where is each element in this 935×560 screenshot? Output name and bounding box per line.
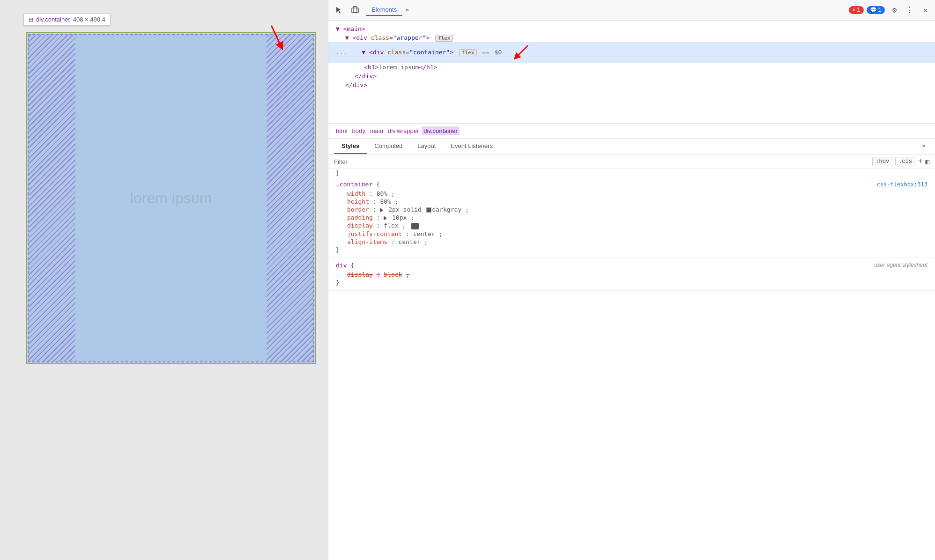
css-source-container[interactable]: css-flexbox:313 bbox=[877, 181, 928, 188]
bc-body[interactable]: body bbox=[350, 126, 367, 135]
css-prop-justify-content: justify-content : center ; bbox=[336, 230, 928, 238]
css-prop-height: height : 80% ; bbox=[336, 198, 928, 206]
device-icon[interactable] bbox=[350, 5, 360, 15]
lorem-ipsum-text: lorem ipsum bbox=[130, 190, 212, 207]
svg-rect-2 bbox=[352, 8, 358, 13]
arrow-indicator-2 bbox=[509, 43, 533, 62]
tree-line-close-div-1[interactable]: </div> bbox=[328, 72, 935, 81]
message-count: 1 bbox=[878, 7, 882, 14]
css-prop-width: width : 80% ; bbox=[336, 190, 928, 198]
element-tooltip: ⊞ div.container 408 × 490.4 bbox=[23, 13, 111, 26]
css-prev-close: } bbox=[328, 169, 935, 177]
css-rule-container: .container { css-flexbox:313 width : 80%… bbox=[328, 177, 935, 258]
message-icon: 💬 bbox=[870, 7, 877, 14]
css-prop-border: border : 2px solid darkgray ; bbox=[336, 206, 928, 214]
main-tabs: Elements » bbox=[366, 4, 843, 16]
css-selector-container: .container { bbox=[336, 181, 380, 188]
toggle-sidebar-button[interactable]: ◧ bbox=[926, 158, 929, 166]
settings-icon[interactable]: ⚙ bbox=[890, 5, 899, 16]
error-icon: ✕ bbox=[852, 7, 855, 14]
css-selector-div: div { bbox=[336, 262, 354, 269]
more-tabs-button[interactable]: » bbox=[402, 5, 412, 15]
close-devtools-icon[interactable]: ✕ bbox=[921, 5, 929, 16]
hatch-left bbox=[29, 35, 75, 361]
css-prop-display-block: display : block ; bbox=[336, 271, 928, 279]
message-badge[interactable]: 💬 1 bbox=[867, 6, 885, 14]
svg-line-1 bbox=[266, 26, 287, 47]
cls-button[interactable]: .cls bbox=[895, 157, 915, 166]
hatch-right bbox=[267, 35, 313, 361]
flex-layout-icon[interactable] bbox=[411, 223, 419, 229]
tab-elements[interactable]: Elements bbox=[366, 4, 402, 16]
preview-outer: lorem ipsum bbox=[26, 32, 316, 364]
color-swatch-darkgray[interactable] bbox=[426, 207, 431, 213]
tab-layout[interactable]: Layout bbox=[410, 139, 443, 154]
svg-line-5 bbox=[516, 45, 528, 57]
more-options-icon[interactable]: ⋮ bbox=[904, 5, 915, 16]
filter-actions: :hov .cls + ◧ bbox=[872, 157, 929, 166]
tab-event-listeners[interactable]: Event Listeners bbox=[443, 139, 500, 154]
css-rule-div: div { user agent stylesheet display : bl… bbox=[328, 258, 935, 291]
css-source-div: user agent stylesheet bbox=[874, 262, 928, 268]
error-badge[interactable]: ✕ 1 bbox=[849, 6, 863, 14]
css-rule-header-container: .container { css-flexbox:313 bbox=[336, 181, 928, 188]
tree-line-close-div-2[interactable]: </div> bbox=[328, 81, 935, 89]
css-prop-display: display : flex ; bbox=[336, 221, 928, 230]
browser-preview: ⊞ div.container 408 × 490.4 lorem ipsum bbox=[0, 0, 328, 560]
css-close-brace-div: } bbox=[336, 279, 928, 287]
sub-tabs-bar: Styles Computed Layout Event Listeners » bbox=[328, 139, 935, 155]
svg-rect-3 bbox=[353, 7, 357, 13]
add-style-button[interactable]: + bbox=[918, 157, 923, 166]
css-close-brace-container: } bbox=[336, 246, 928, 254]
filter-input[interactable] bbox=[334, 158, 868, 165]
more-sub-tabs[interactable]: » bbox=[918, 139, 929, 154]
hov-button[interactable]: :hov bbox=[872, 157, 892, 166]
bc-html[interactable]: html bbox=[334, 126, 349, 135]
tree-line-wrapper[interactable]: ▼ <div class="wrapper"> flex bbox=[328, 33, 935, 42]
bc-wrapper[interactable]: div.wrapper bbox=[386, 126, 421, 135]
css-prop-padding: padding : 10px ; bbox=[336, 214, 928, 221]
tree-line-container[interactable]: ... ▼ <div class="container"> flex == $0 bbox=[328, 42, 935, 63]
elements-tree: ▼ <main> ▼ <div class="wrapper"> flex ..… bbox=[328, 21, 935, 124]
tab-styles[interactable]: Styles bbox=[334, 139, 367, 154]
bc-main[interactable]: main bbox=[368, 126, 385, 135]
css-rule-header-div: div { user agent stylesheet bbox=[336, 262, 928, 269]
preview-container: lorem ipsum bbox=[28, 34, 314, 362]
badge-area: ✕ 1 💬 1 bbox=[849, 6, 885, 14]
element-icon: ⊞ bbox=[29, 16, 33, 23]
tree-line-h1[interactable]: <h1>lorem ipsum</h1> bbox=[328, 63, 935, 72]
tab-computed[interactable]: Computed bbox=[367, 139, 410, 154]
cursor-icon[interactable] bbox=[334, 5, 344, 15]
filter-bar: :hov .cls + ◧ bbox=[328, 155, 935, 169]
tree-line-main[interactable]: ▼ <main> bbox=[328, 24, 935, 33]
css-content: } .container { css-flexbox:313 width : 8… bbox=[328, 169, 935, 560]
devtools-toolbar: Elements » ✕ 1 💬 1 ⚙ ⋮ ✕ bbox=[328, 0, 935, 21]
devtools-panel: Elements » ✕ 1 💬 1 ⚙ ⋮ ✕ ▼ <main> bbox=[328, 0, 935, 560]
bc-container[interactable]: div.container bbox=[422, 126, 460, 135]
css-prop-align-items: align-items : center ; bbox=[336, 238, 928, 246]
tooltip-class: div.container bbox=[36, 16, 70, 23]
error-count: 1 bbox=[857, 7, 860, 14]
tooltip-dims: 408 × 490.4 bbox=[73, 16, 105, 23]
breadcrumb: html body main div.wrapper div.container bbox=[328, 124, 935, 139]
